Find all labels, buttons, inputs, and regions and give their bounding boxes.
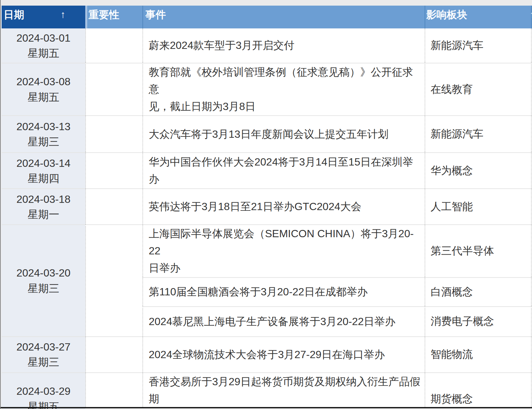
column-header-date[interactable]: 日期 ↑ bbox=[2, 6, 85, 28]
date-value: 2024-03-29 bbox=[2, 384, 85, 399]
table-row: 2024-03-27 星期三 2024全球物流技术大会将于3月27-29日在海口… bbox=[2, 336, 532, 372]
event-cell: 蔚来2024款车型于3月开启交付 bbox=[142, 28, 425, 63]
sector-cell: 在线教育 bbox=[425, 63, 531, 115]
page-background-strip bbox=[0, 0, 532, 6]
event-cell: 英伟达将于3月18日至21日举办GTC2024大会 bbox=[142, 188, 425, 224]
date-value: 2024-03-13 bbox=[2, 119, 85, 134]
column-header-importance-label: 重要性 bbox=[89, 9, 119, 20]
event-cell: 教育部就《校外培训管理条例（征求意见稿）》公开征求意 见，截止日期为3月8日 bbox=[142, 63, 425, 115]
weekday-value: 星期五 bbox=[2, 90, 85, 105]
importance-cell bbox=[85, 63, 142, 115]
event-cell: 大众汽车将于3月13日年度新闻会议上提交五年计划 bbox=[142, 115, 425, 152]
table-row: 2024-03-01 星期五 蔚来2024款车型于3月开启交付 新能源汽车 bbox=[2, 28, 532, 63]
date-cell: 2024-03-13 星期三 bbox=[2, 115, 85, 152]
table-row: 2024-03-14 星期四 华为中国合作伙伴大会2024将于3月14日至15日… bbox=[2, 152, 532, 188]
importance-cell bbox=[85, 115, 142, 152]
date-cell: 2024-03-18 星期一 bbox=[2, 188, 85, 224]
sector-cell: 期货概念 bbox=[425, 372, 531, 409]
event-cell: 2024慕尼黑上海电子生产设备展将于3月20-22日举办 bbox=[142, 306, 425, 336]
event-cell: 上海国际半导体展览会（SEMICON CHINA）将于3月20-22 日举办 bbox=[142, 224, 425, 277]
weekday-value: 星期四 bbox=[2, 171, 85, 186]
date-value: 2024-03-14 bbox=[2, 156, 85, 171]
sector-cell: 白酒概念 bbox=[425, 277, 531, 306]
date-cell: 2024-03-08 星期五 bbox=[2, 63, 85, 115]
bottom-edge-bar bbox=[0, 407, 532, 408]
table-row: 2024-03-20 星期三 上海国际半导体展览会（SEMICON CHINA）… bbox=[2, 224, 532, 277]
weekday-value: 星期五 bbox=[2, 46, 85, 61]
sort-ascending-icon[interactable]: ↑ bbox=[60, 9, 65, 20]
column-header-sector[interactable]: 影响板块 bbox=[425, 6, 531, 28]
sector-cell: 消费电子概念 bbox=[425, 306, 531, 336]
event-cell: 华为中国合作伙伴大会2024将于3月14日至15日在深圳举办 bbox=[142, 152, 425, 188]
weekday-value: 星期三 bbox=[2, 281, 85, 296]
weekday-value: 星期三 bbox=[2, 134, 85, 149]
importance-cell bbox=[85, 28, 142, 63]
event-cell: 第110届全国糖酒会将于3月20-22日在成都举办 bbox=[142, 277, 425, 306]
left-edge-line bbox=[0, 0, 1, 409]
table-row: 2024-03-13 星期三 大众汽车将于3月13日年度新闻会议上提交五年计划 … bbox=[2, 115, 532, 152]
table-row: 2024-03-29 星期五 香港交易所于3月29日起将货币期货及期权纳入衍生产… bbox=[2, 372, 532, 409]
importance-cell bbox=[85, 336, 142, 372]
date-cell: 2024-03-01 星期五 bbox=[2, 28, 85, 63]
sector-cell: 新能源汽车 bbox=[425, 28, 531, 63]
date-cell: 2024-03-20 星期三 bbox=[2, 224, 85, 336]
importance-cell bbox=[85, 188, 142, 224]
importance-cell bbox=[85, 152, 142, 188]
date-value: 2024-03-18 bbox=[2, 192, 85, 207]
event-cell: 香港交易所于3月29日起将货币期货及期权纳入衍生产品假期 交易 bbox=[142, 372, 425, 409]
sector-cell: 智能物流 bbox=[425, 336, 531, 372]
importance-cell bbox=[85, 224, 142, 336]
table-row: 2024-03-18 星期一 英伟达将于3月18日至21日举办GTC2024大会… bbox=[2, 188, 532, 224]
date-value: 2024-03-27 bbox=[2, 339, 85, 354]
date-value: 2024-03-08 bbox=[2, 74, 85, 89]
date-cell: 2024-03-14 星期四 bbox=[2, 152, 85, 188]
sector-cell: 人工智能 bbox=[425, 188, 531, 224]
table-row: 2024-03-08 星期五 教育部就《校外培训管理条例（征求意见稿）》公开征求… bbox=[2, 63, 532, 115]
sector-cell: 第三代半导体 bbox=[425, 224, 531, 277]
column-header-event[interactable]: 事件 bbox=[142, 6, 425, 28]
weekday-value: 星期一 bbox=[2, 207, 85, 222]
event-cell: 2024全球物流技术大会将于3月27-29日在海口举办 bbox=[142, 336, 425, 372]
sector-cell: 华为概念 bbox=[425, 152, 531, 188]
date-value: 2024-03-20 bbox=[2, 265, 85, 280]
weekday-value: 星期三 bbox=[2, 354, 85, 370]
sector-cell: 新能源汽车 bbox=[425, 115, 531, 152]
date-value: 2024-03-01 bbox=[2, 30, 85, 46]
column-header-importance[interactable]: 重要性 bbox=[85, 6, 142, 28]
importance-cell bbox=[85, 372, 142, 409]
column-header-date-label: 日期 bbox=[4, 9, 24, 20]
date-cell: 2024-03-29 星期五 bbox=[2, 372, 85, 409]
column-header-sector-label: 影响板块 bbox=[426, 9, 467, 20]
header-row: 日期 ↑ 重要性 事件 影响板块 ↑ bbox=[2, 6, 532, 28]
date-cell: 2024-03-27 星期三 bbox=[2, 336, 85, 372]
column-header-event-label: 事件 bbox=[145, 9, 166, 20]
economic-calendar-table: 日期 ↑ 重要性 事件 影响板块 ↑ bbox=[2, 6, 532, 409]
sort-icon-partial: ↑ bbox=[530, 9, 532, 20]
events-calendar-screen: 日期 ↑ 重要性 事件 影响板块 ↑ bbox=[0, 0, 532, 409]
